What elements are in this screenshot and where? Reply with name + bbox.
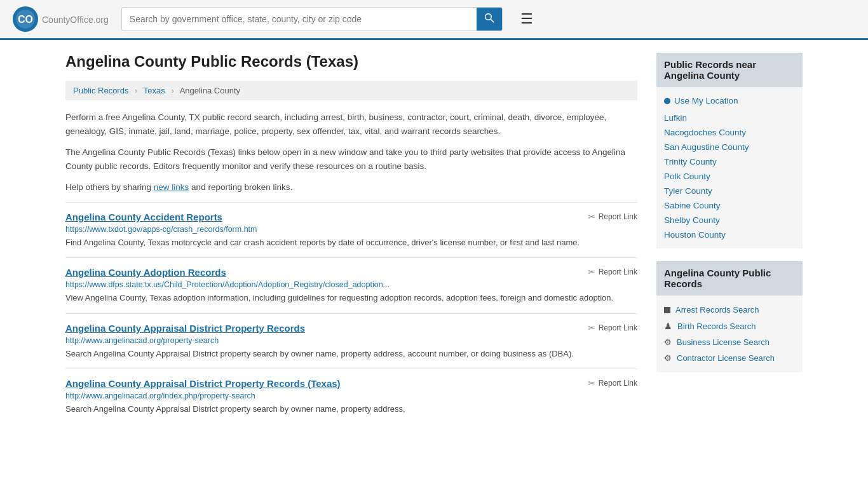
angelina-record-link-0[interactable]: Arrest Records Search [675,305,759,315]
nearby-link-0[interactable]: Lufkin [664,111,795,125]
nearby-title: Public Records near Angelina County [656,53,803,87]
description-3: Help others by sharing new links and rep… [65,180,637,194]
angelina-record-link-1[interactable]: Birth Records Search [677,322,756,331]
search-icon [484,13,494,23]
angelina-record-item-3: ⚙Contractor License Search [664,350,795,366]
angelina-record-link-3[interactable]: Contractor License Search [677,353,775,363]
record-title-0[interactable]: Angelina County Accident Reports [65,212,222,222]
record-title-1[interactable]: Angelina County Adoption Records [65,267,226,278]
report-icon-3: ✂ [588,378,595,388]
angelina-record-link-2[interactable]: Business License Search [677,337,770,347]
angelina-records-title: Angelina County Public Records [656,261,803,295]
search-button[interactable] [477,8,502,30]
svg-line-4 [491,19,494,22]
record-entry-1: Angelina County Adoption Records ✂ Repor… [65,257,637,313]
location-dot-icon [664,98,670,104]
page-container: Angelina County Public Records (Texas) P… [53,40,815,437]
record-header-0: Angelina County Accident Reports ✂ Repor… [65,212,637,222]
record-title-2[interactable]: Angelina County Appraisal District Prope… [65,323,305,334]
report-link-1[interactable]: ✂ Report Link [588,267,637,277]
nearby-links-list: LufkinNacogdoches CountySan Augustine Co… [664,111,795,242]
svg-point-3 [485,14,491,20]
description-1: Perform a free Angelina County, TX publi… [65,111,637,138]
square-icon-0 [664,307,670,313]
record-header-2: Angelina County Appraisal District Prope… [65,323,637,334]
record-title-3[interactable]: Angelina County Appraisal District Prope… [65,378,341,389]
breadcrumb: Public Records › Texas › Angelina County [65,81,637,100]
logo-icon: CO [13,6,38,32]
logo[interactable]: CO CountyOffice.org [13,6,109,32]
logo-text: CountyOffice.org [42,13,109,26]
use-my-location[interactable]: Use My Location [664,93,795,111]
report-icon-1: ✂ [588,267,595,277]
record-desc-2: Search Angelina County Appraisal Distric… [65,348,637,360]
record-desc-0: Find Angelina County, Texas motorcycle a… [65,236,637,249]
report-link-2[interactable]: ✂ Report Link [588,323,637,333]
record-url-2[interactable]: http://www.angelinacad.org/property-sear… [65,336,637,345]
record-entry-2: Angelina County Appraisal District Prope… [65,313,637,369]
angelina-record-item-2: ⚙Business License Search [664,334,795,350]
record-header-1: Angelina County Adoption Records ✂ Repor… [65,267,637,278]
gear-icon-2: ⚙ [664,337,672,347]
search-bar [121,7,503,31]
person-icon-1: ♟ [664,321,672,331]
record-entry-3: Angelina County Appraisal District Prope… [65,369,637,424]
record-url-3[interactable]: http://www.angelinacad.org/index.php/pro… [65,391,637,400]
angelina-record-item-0: Arrest Records Search [664,302,795,318]
breadcrumb-public-records[interactable]: Public Records [73,86,128,95]
nearby-link-8[interactable]: Houston County [664,227,795,242]
record-url-1[interactable]: https://www.dfps.state.tx.us/Child_Prote… [65,280,637,289]
site-header: CO CountyOffice.org ☰ [0,0,868,40]
angelina-records-body: Arrest Records Search♟Birth Records Sear… [656,295,803,372]
nearby-link-2[interactable]: San Augustine County [664,140,795,154]
description-2: The Angelina County Public Records (Texa… [65,146,637,173]
report-icon-2: ✂ [588,323,595,333]
gear-icon-3: ⚙ [664,353,672,363]
sidebar: Public Records near Angelina County Use … [656,53,803,424]
nearby-link-3[interactable]: Trinity County [664,154,795,169]
breadcrumb-texas[interactable]: Texas [144,86,165,95]
report-link-3[interactable]: ✂ Report Link [588,378,637,388]
menu-button[interactable]: ☰ [515,8,538,30]
record-url-0[interactable]: https://www.txdot.gov/apps-cg/crash_reco… [65,225,637,234]
new-links-link[interactable]: new links [154,182,189,192]
records-list: Angelina County Accident Reports ✂ Repor… [65,202,637,424]
nearby-section: Public Records near Angelina County Use … [656,53,803,248]
angelina-links-list: Arrest Records Search♟Birth Records Sear… [664,302,795,366]
nearby-link-1[interactable]: Nacogdoches County [664,125,795,140]
breadcrumb-angelina-county: Angelina County [180,86,240,95]
page-title: Angelina County Public Records (Texas) [65,53,637,71]
nearby-link-4[interactable]: Polk County [664,169,795,184]
nearby-body: Use My Location LufkinNacogdoches County… [656,87,803,248]
record-desc-1: View Angelina County, Texas adoption inf… [65,292,637,304]
angelina-records-section: Angelina County Public Records Arrest Re… [656,261,803,372]
record-desc-3: Search Angelina County Appraisal Distric… [65,403,637,416]
search-input[interactable] [122,9,477,29]
record-entry-0: Angelina County Accident Reports ✂ Repor… [65,202,637,258]
nearby-link-6[interactable]: Sabine County [664,198,795,213]
nearby-link-7[interactable]: Shelby County [664,213,795,227]
record-header-3: Angelina County Appraisal District Prope… [65,378,637,389]
report-link-0[interactable]: ✂ Report Link [588,212,637,222]
svg-text:CO: CO [18,14,33,25]
report-icon-0: ✂ [588,212,595,222]
nearby-link-5[interactable]: Tyler County [664,184,795,198]
main-content: Angelina County Public Records (Texas) P… [65,53,637,424]
angelina-record-item-1: ♟Birth Records Search [664,318,795,334]
